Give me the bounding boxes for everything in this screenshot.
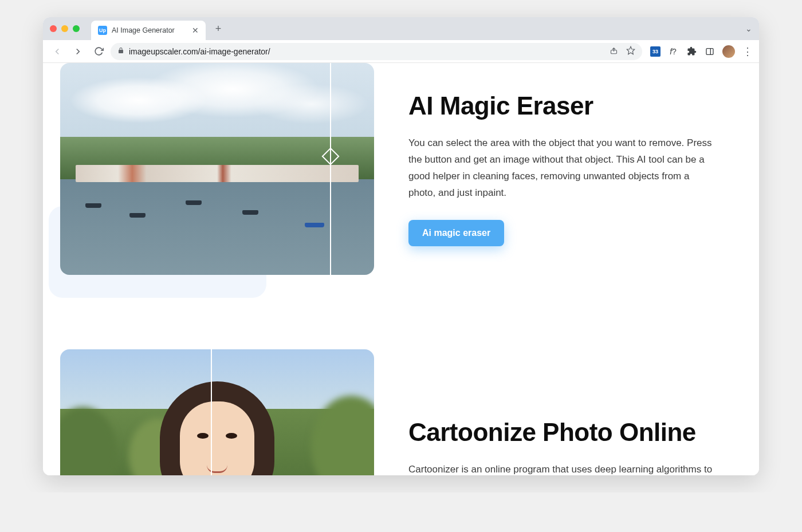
extension-font-icon[interactable]: f?	[667, 46, 679, 57]
zoom-window-button[interactable]	[73, 25, 80, 32]
feature-magic-eraser: AI Magic Eraser You can select the area …	[60, 63, 742, 275]
url-text: imageupscaler.com/ai-image-generator/	[129, 47, 605, 56]
toolbar: imageupscaler.com/ai-image-generator/ 33…	[43, 40, 759, 63]
feature-title-eraser: AI Magic Eraser	[408, 92, 718, 120]
magic-eraser-button[interactable]: Ai magic eraser	[408, 220, 504, 246]
bookmark-icon[interactable]	[626, 46, 635, 57]
profile-avatar[interactable]	[722, 45, 735, 58]
reload-button[interactable]	[90, 43, 107, 60]
address-bar[interactable]: imageupscaler.com/ai-image-generator/	[111, 43, 642, 60]
minimize-window-button[interactable]	[61, 25, 68, 32]
menu-kebab-icon[interactable]: ⋮	[742, 46, 753, 57]
portrait-illustration	[60, 349, 374, 475]
tab-favicon: Up	[98, 26, 107, 35]
extension-badge[interactable]: 33	[650, 46, 661, 57]
forward-button[interactable]	[69, 43, 87, 60]
feature-cartoonize: Cartoonize Photo Online Cartoonizer is a…	[60, 349, 742, 475]
comparison-image-cartoonize[interactable]	[60, 349, 374, 475]
share-icon[interactable]	[610, 46, 618, 57]
lock-icon	[117, 47, 124, 56]
svg-rect-1	[706, 48, 713, 54]
landscape-illustration	[60, 63, 374, 275]
extensions: 33 f? ⋮	[650, 45, 753, 58]
tab-title: AI Image Generator	[112, 26, 175, 34]
browser-tab[interactable]: Up AI Image Generator ✕	[91, 21, 206, 40]
compare-slider[interactable]	[211, 349, 212, 475]
close-tab-icon[interactable]: ✕	[192, 26, 199, 35]
close-window-button[interactable]	[50, 25, 57, 32]
window-controls	[50, 25, 80, 32]
compare-slider[interactable]	[330, 63, 331, 275]
extensions-puzzle-icon[interactable]	[686, 46, 697, 57]
new-tab-button[interactable]: +	[210, 21, 226, 37]
titlebar: Up AI Image Generator ✕ + ⌄	[43, 17, 759, 40]
sidepanel-icon[interactable]	[704, 46, 715, 57]
back-button[interactable]	[49, 43, 66, 60]
browser-window: Up AI Image Generator ✕ + ⌄ imageupscale…	[43, 17, 759, 475]
page-content: AI Magic Eraser You can select the area …	[43, 63, 759, 475]
feature-title-cartoonize: Cartoonize Photo Online	[408, 418, 718, 447]
feature-desc-eraser: You can select the area with the object …	[408, 135, 718, 202]
feature-desc-cartoonize: Cartoonizer is an online program that us…	[408, 462, 718, 475]
comparison-image-eraser[interactable]	[60, 63, 374, 275]
tabs-overflow-icon[interactable]: ⌄	[745, 24, 752, 33]
